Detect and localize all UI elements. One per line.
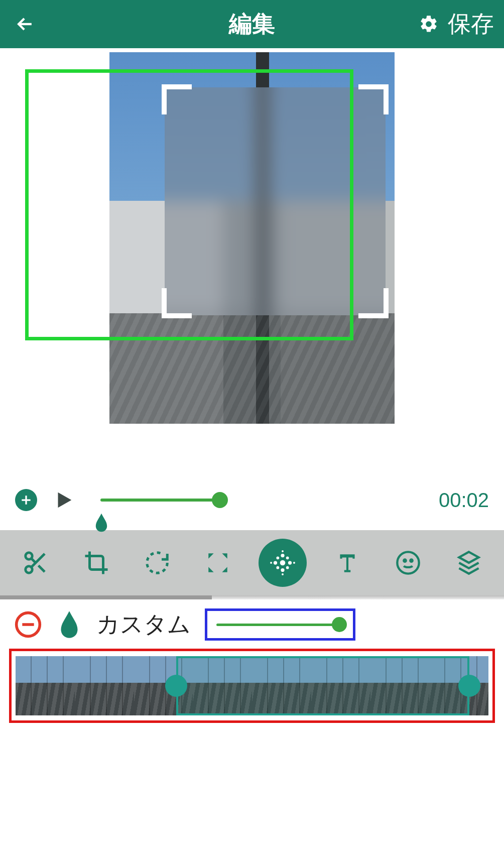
emoji-icon	[395, 550, 421, 576]
svg-point-1	[25, 566, 32, 573]
effect-type-indicator[interactable]	[56, 609, 82, 640]
plus-icon	[20, 494, 33, 507]
scissors-icon	[22, 549, 49, 576]
svg-point-4	[281, 568, 284, 572]
save-button[interactable]: 保存	[448, 9, 494, 40]
minus-circle-icon	[14, 610, 42, 639]
video-preview	[0, 48, 504, 470]
effect-mode-label: カスタム	[96, 609, 191, 640]
crop-handle-tr[interactable]	[358, 84, 389, 114]
progress-bar[interactable]	[100, 499, 221, 502]
tool-emoji[interactable]	[388, 543, 428, 583]
tool-text[interactable]	[327, 543, 367, 583]
expand-icon	[205, 550, 230, 575]
svg-point-12	[282, 573, 284, 575]
playback-controls: 00:02	[0, 470, 504, 530]
tool-crop[interactable]	[76, 543, 116, 583]
svg-point-15	[397, 552, 419, 573]
effect-marker[interactable]	[93, 512, 110, 533]
intensity-slider[interactable]	[216, 624, 344, 626]
crop-handle-bl[interactable]	[162, 288, 192, 318]
crop-icon	[83, 549, 110, 576]
video-timeline[interactable]	[16, 656, 488, 715]
text-icon	[335, 550, 360, 575]
layers-icon	[456, 550, 482, 576]
play-icon	[52, 488, 75, 512]
tool-blur[interactable]	[259, 539, 307, 587]
annotation-highlight-red	[9, 649, 495, 723]
svg-point-10	[286, 566, 289, 569]
back-button[interactable]	[10, 13, 40, 35]
svg-point-11	[282, 550, 284, 552]
add-button[interactable]	[15, 489, 37, 511]
blur-icon	[268, 548, 297, 577]
svg-point-2	[280, 560, 285, 566]
gear-icon	[419, 14, 439, 34]
rotate-icon	[144, 549, 171, 576]
progress-knob[interactable]	[212, 492, 228, 508]
edit-toolbar	[0, 530, 504, 595]
intensity-knob[interactable]	[332, 617, 347, 632]
svg-point-8	[286, 556, 289, 559]
crop-handle-tl[interactable]	[162, 84, 192, 114]
timeline-thumb[interactable]	[75, 656, 134, 715]
timeline-thumb[interactable]	[16, 656, 75, 715]
app-header: 編集 保存	[0, 0, 504, 48]
settings-button[interactable]	[419, 14, 439, 34]
svg-point-13	[270, 562, 272, 564]
play-button[interactable]	[52, 488, 75, 512]
time-display: 00:02	[439, 489, 489, 512]
svg-point-6	[288, 561, 291, 564]
annotation-highlight-blue	[205, 608, 355, 641]
droplet-icon	[93, 512, 110, 533]
arrow-left-icon	[14, 13, 36, 35]
svg-point-14	[293, 562, 295, 564]
selection-handle-right[interactable]	[458, 675, 480, 697]
tool-expand[interactable]	[198, 543, 238, 583]
svg-point-7	[276, 556, 279, 559]
crop-handle-br[interactable]	[358, 288, 389, 318]
svg-point-0	[25, 553, 32, 560]
svg-point-3	[281, 554, 284, 557]
tool-layers[interactable]	[449, 543, 489, 583]
blur-region[interactable]	[165, 87, 386, 315]
svg-point-16	[404, 560, 406, 562]
video-frame[interactable]	[109, 52, 395, 424]
remove-effect-button[interactable]	[14, 610, 42, 639]
selection-handle-left[interactable]	[165, 675, 187, 697]
svg-point-5	[273, 561, 277, 564]
tool-rotate[interactable]	[137, 543, 177, 583]
droplet-icon	[56, 609, 82, 640]
tool-cut[interactable]	[16, 543, 56, 583]
svg-point-17	[410, 560, 412, 562]
timeline-selection[interactable]	[176, 656, 469, 715]
svg-point-9	[276, 566, 279, 569]
blur-settings-row: カスタム	[0, 599, 504, 646]
